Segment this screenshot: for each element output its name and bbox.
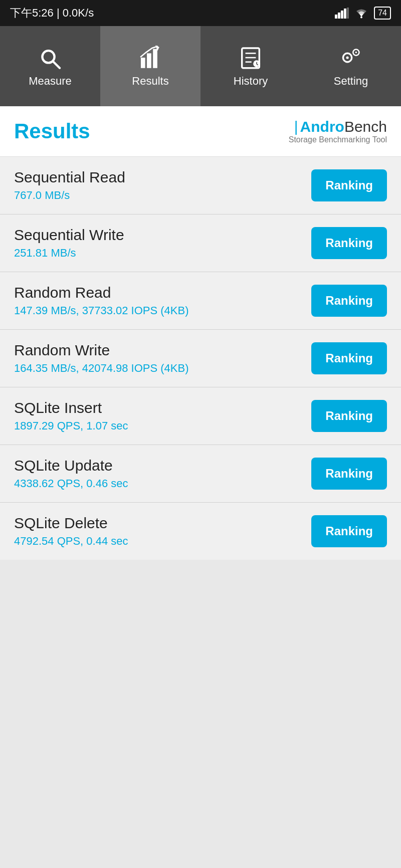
tab-setting-label: Setting <box>334 75 368 88</box>
svg-rect-4 <box>347 8 349 19</box>
wifi-icon <box>354 8 369 19</box>
battery-level: 74 <box>378 9 387 17</box>
ranking-button[interactable]: Ranking <box>311 400 387 432</box>
benchmark-list: Sequential Read 767.0 MB/s Ranking Seque… <box>0 157 401 560</box>
benchmark-row: SQLite Update 4338.62 QPS, 0.46 sec Rank… <box>0 445 401 503</box>
benchmark-name: Sequential Read <box>14 169 125 186</box>
benchmark-info: Random Read 147.39 MB/s, 37733.02 IOPS (… <box>14 284 189 317</box>
benchmark-row: Sequential Write 251.81 MB/s Ranking <box>0 214 401 272</box>
svg-point-21 <box>355 52 357 53</box>
svg-rect-3 <box>344 9 346 19</box>
page-title: Results <box>14 119 90 143</box>
benchmark-value: 251.81 MB/s <box>14 247 124 260</box>
tab-results[interactable]: Results <box>100 26 200 106</box>
svg-rect-9 <box>147 53 151 68</box>
status-time: 下午5:26 | 0.0K/s <box>10 6 94 21</box>
ranking-button[interactable]: Ranking <box>311 515 387 547</box>
benchmark-value: 4338.62 QPS, 0.46 sec <box>14 477 128 490</box>
benchmark-row: Random Write 164.35 MB/s, 42074.98 IOPS … <box>0 330 401 387</box>
status-bar: 下午5:26 | 0.0K/s 74 <box>0 0 401 26</box>
brand-name: |AndroBench <box>294 118 387 135</box>
brand-subtitle: Storage Benchmarking Tool <box>289 135 387 144</box>
benchmark-info: SQLite Update 4338.62 QPS, 0.46 sec <box>14 457 128 490</box>
signal-icon <box>335 8 349 19</box>
benchmark-name: SQLite Update <box>14 457 128 474</box>
benchmark-row: SQLite Insert 1897.29 QPS, 1.07 sec Rank… <box>0 387 401 445</box>
benchmark-value: 164.35 MB/s, 42074.98 IOPS (4KB) <box>14 362 189 375</box>
tab-history[interactable]: History <box>200 26 301 106</box>
tab-measure[interactable]: Measure <box>0 26 100 106</box>
tab-measure-label: Measure <box>29 75 72 88</box>
benchmark-name: Sequential Write <box>14 227 124 244</box>
benchmark-info: Sequential Write 251.81 MB/s <box>14 227 124 260</box>
setting-icon <box>338 45 364 71</box>
benchmark-info: Sequential Read 767.0 MB/s <box>14 169 125 202</box>
benchmark-name: Random Read <box>14 284 189 301</box>
ranking-button[interactable]: Ranking <box>311 169 387 201</box>
results-icon <box>137 45 163 71</box>
benchmark-value: 767.0 MB/s <box>14 189 125 202</box>
svg-point-5 <box>360 17 362 19</box>
svg-point-19 <box>346 56 348 59</box>
tab-setting[interactable]: Setting <box>301 26 401 106</box>
svg-rect-2 <box>341 11 343 19</box>
benchmark-row: Random Read 147.39 MB/s, 37733.02 IOPS (… <box>0 272 401 330</box>
ranking-button[interactable]: Ranking <box>311 342 387 374</box>
measure-icon <box>37 45 63 71</box>
benchmark-name: SQLite Delete <box>14 515 128 532</box>
history-icon <box>238 45 264 71</box>
tab-history-label: History <box>234 75 268 88</box>
empty-area <box>0 560 401 760</box>
svg-line-7 <box>53 61 60 68</box>
benchmark-info: SQLite Insert 1897.29 QPS, 1.07 sec <box>14 399 128 432</box>
svg-rect-10 <box>153 49 157 68</box>
brand-logo: |AndroBench Storage Benchmarking Tool <box>289 118 387 144</box>
benchmark-info: SQLite Delete 4792.54 QPS, 0.44 sec <box>14 515 128 548</box>
svg-rect-8 <box>141 58 145 68</box>
svg-rect-0 <box>335 15 337 19</box>
status-icons: 74 <box>335 7 391 20</box>
benchmark-value: 147.39 MB/s, 37733.02 IOPS (4KB) <box>14 304 189 317</box>
svg-rect-1 <box>338 13 340 19</box>
benchmark-name: SQLite Insert <box>14 399 128 416</box>
benchmark-row: SQLite Delete 4792.54 QPS, 0.44 sec Rank… <box>0 503 401 560</box>
benchmark-name: Random Write <box>14 342 189 359</box>
ranking-button[interactable]: Ranking <box>311 285 387 317</box>
benchmark-info: Random Write 164.35 MB/s, 42074.98 IOPS … <box>14 342 189 375</box>
benchmark-value: 4792.54 QPS, 0.44 sec <box>14 535 128 548</box>
content-header: Results |AndroBench Storage Benchmarking… <box>0 106 401 157</box>
tab-results-label: Results <box>132 75 168 88</box>
benchmark-row: Sequential Read 767.0 MB/s Ranking <box>0 157 401 214</box>
battery-indicator: 74 <box>374 7 391 20</box>
nav-tabs: Measure Results History <box>0 26 401 106</box>
ranking-button[interactable]: Ranking <box>311 458 387 490</box>
ranking-button[interactable]: Ranking <box>311 227 387 259</box>
benchmark-value: 1897.29 QPS, 1.07 sec <box>14 419 128 432</box>
